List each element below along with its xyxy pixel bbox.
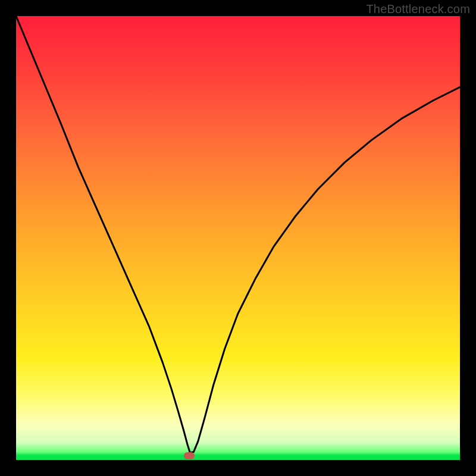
bottleneck-curve — [16, 16, 460, 453]
curve-svg — [16, 16, 460, 460]
watermark-text: TheBottleneck.com — [366, 2, 470, 16]
plot-area — [16, 16, 460, 460]
chart-container: TheBottleneck.com — [0, 0, 476, 476]
optimal-point-marker — [184, 452, 195, 459]
